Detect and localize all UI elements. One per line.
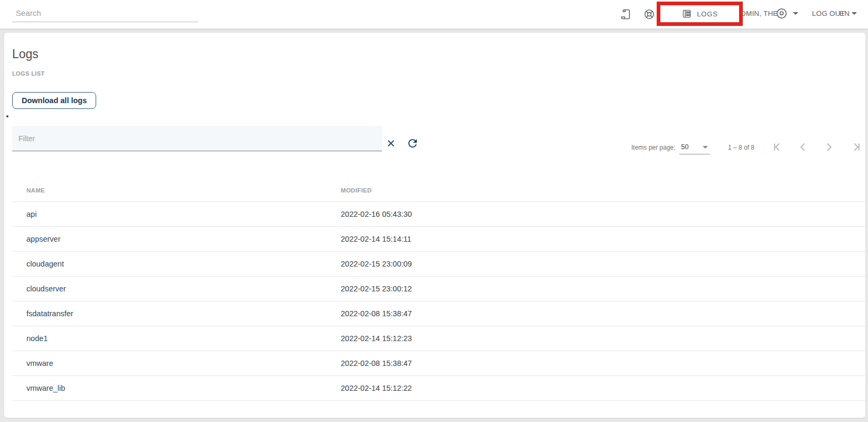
logs-table-header: NAME MODIFIED bbox=[4, 176, 865, 202]
table-row[interactable]: cloudserver 2022-02-15 23:00:12 bbox=[4, 277, 865, 301]
log-modified-value: 2022-02-14 15:12:23 bbox=[341, 334, 412, 343]
logs-table-body: api 2022-02-16 05:43:30 appserver 2022-0… bbox=[4, 202, 865, 401]
language-selector[interactable]: EN bbox=[839, 10, 850, 17]
log-name-link[interactable]: appserver bbox=[26, 235, 60, 243]
table-row[interactable]: cloudagent 2022-02-15 23:00:09 bbox=[4, 252, 865, 277]
log-name-link[interactable]: fsdatatransfer bbox=[26, 309, 73, 318]
logs-nav-button-highlighted[interactable]: LOGS bbox=[657, 2, 743, 26]
page-title: Logs bbox=[12, 47, 39, 61]
log-modified-value: 2022-02-08 15:38:47 bbox=[341, 359, 412, 368]
previous-page-icon[interactable] bbox=[796, 140, 810, 154]
logs-list-section-label: LOGS LIST bbox=[12, 70, 45, 77]
table-row[interactable]: vmware_lib 2022-02-14 15:12:22 bbox=[4, 376, 865, 401]
logs-nav-label: LOGS bbox=[697, 10, 717, 18]
page-size-select[interactable]: 50 bbox=[681, 143, 688, 151]
table-row[interactable]: vmware 2022-02-08 15:38:47 bbox=[4, 351, 865, 376]
log-modified-value: 2022-02-15 23:00:12 bbox=[341, 285, 412, 293]
filter-input[interactable] bbox=[12, 126, 382, 151]
logs-table: NAME MODIFIED api 2022-02-16 05:43:30 ap… bbox=[4, 176, 865, 401]
column-header-name: NAME bbox=[26, 187, 45, 194]
log-name-link[interactable]: node1 bbox=[26, 334, 48, 343]
page-range-label: 1 – 8 of 8 bbox=[728, 144, 754, 151]
items-per-page-label: Items per page: bbox=[631, 144, 675, 151]
log-modified-value: 2022-02-08 15:38:47 bbox=[341, 309, 412, 318]
top-header-bar: LOGS DMIN, THE LOG OUT EN bbox=[0, 0, 868, 29]
table-row[interactable]: fsdatatransfer 2022-02-08 15:38:47 bbox=[4, 301, 865, 326]
table-row[interactable]: appserver 2022-02-14 15:14:11 bbox=[4, 227, 865, 252]
newspaper-logs-icon bbox=[682, 8, 692, 19]
user-menu-caret-icon[interactable] bbox=[793, 12, 798, 15]
last-page-icon[interactable] bbox=[850, 140, 863, 154]
clear-filter-icon[interactable] bbox=[386, 139, 396, 148]
log-name-link[interactable]: vmware bbox=[26, 359, 53, 368]
search-input[interactable] bbox=[12, 5, 198, 22]
user-menu-label[interactable]: DMIN, THE bbox=[741, 10, 778, 17]
column-header-modified: MODIFIED bbox=[341, 187, 372, 194]
table-row[interactable]: api 2022-02-16 05:43:30 bbox=[4, 202, 865, 227]
log-modified-value: 2022-02-15 23:00:09 bbox=[341, 260, 412, 268]
log-name-link[interactable]: api bbox=[26, 210, 36, 218]
refresh-icon[interactable] bbox=[406, 137, 419, 150]
download-all-logs-button[interactable]: Download all logs bbox=[12, 92, 96, 109]
table-row[interactable]: node1 2022-02-14 15:12:23 bbox=[4, 326, 865, 351]
next-page-icon[interactable] bbox=[822, 140, 836, 154]
language-caret-icon[interactable] bbox=[852, 12, 857, 15]
log-name-link[interactable]: vmware_lib bbox=[26, 384, 65, 392]
log-name-link[interactable]: cloudserver bbox=[26, 285, 66, 293]
log-modified-value: 2022-02-14 15:14:11 bbox=[341, 235, 412, 243]
first-page-icon[interactable] bbox=[770, 140, 784, 154]
page-size-underline bbox=[679, 154, 710, 154]
log-name-link[interactable]: cloudagent bbox=[26, 260, 64, 268]
global-search bbox=[12, 5, 198, 22]
log-modified-value: 2022-02-14 15:12:22 bbox=[341, 384, 412, 392]
account-avatar-icon[interactable] bbox=[776, 7, 788, 20]
lifebuoy-help-icon[interactable] bbox=[643, 8, 656, 21]
page-size-caret-icon[interactable] bbox=[703, 146, 708, 149]
log-modified-value: 2022-02-16 05:43:30 bbox=[341, 210, 412, 218]
logs-page-card: Logs LOGS LIST Download all logs Items p… bbox=[4, 33, 865, 418]
scroll-log-icon[interactable] bbox=[620, 8, 632, 21]
stray-dot-mark bbox=[6, 115, 8, 117]
